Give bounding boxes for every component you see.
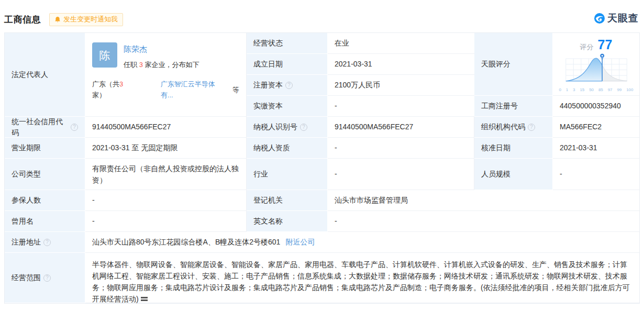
field-label-establish-date: 成立日期 [247, 54, 328, 75]
page-title: 工商信息 [4, 14, 41, 26]
table-row: 统一社会信用代码? 91440500MA566FEC27 纳税人识别号? 914… [5, 117, 639, 138]
legal-rep-name-link[interactable]: 陈荣杰 [124, 43, 147, 54]
field-label-staff-size: 人员规模 [474, 159, 553, 190]
field-label-business-scope: 经营范围? [5, 253, 85, 303]
notify-button-label: 发生变更时通知我 [63, 15, 118, 24]
field-label-registered-address: 注册地址? [5, 232, 85, 253]
field-label-business-term: 营业期限 [5, 138, 85, 159]
field-value-business-status: 在业 [328, 33, 474, 54]
tianyancha-logo-text: 天眼查 [607, 12, 639, 25]
field-value-staff-size: - [553, 159, 639, 190]
table-row: 注册地址? 汕头市天山路80号东江花园综合楼A、B幢及连体2号楼601 附近公司 [5, 232, 639, 253]
field-label-insured-count: 参保人数 [5, 190, 85, 211]
field-label-taxpayer-id: 纳税人识别号? [247, 117, 328, 138]
help-icon[interactable]: ? [71, 124, 78, 131]
table-row: 注册资本? 2100万人民币 [247, 75, 474, 96]
field-value-taxpayer-qualification: - [328, 138, 474, 159]
section-header: 工商信息 发生变更时通知我 天眼查 [4, 10, 640, 28]
field-label-paid-capital: 实缴资本 [247, 96, 328, 117]
field-value-registration-authority: 汕头市市场监督管理局 [328, 190, 639, 211]
field-label-credit-code: 统一社会信用代码? [5, 117, 85, 138]
field-value-industry: - [328, 159, 474, 190]
field-label-registration-no: 工商注册号 [474, 96, 553, 117]
field-value-business-term: 2021-03-31 至 无固定期限 [85, 138, 247, 159]
field-value-registration-no: 440500000352940 [553, 96, 639, 117]
score-axis-tick: 85 [598, 84, 603, 95]
field-label-company-type: 公司类型 [5, 159, 85, 190]
table-row: 工商注册号 440500000352940 [474, 96, 639, 117]
field-value-insured-count: - [85, 190, 247, 211]
field-label-taxpayer-qualification: 纳税人资质 [247, 138, 328, 159]
field-value-establish-date: 2021-03-31 [328, 54, 474, 75]
score-axis-tick: 0 [559, 84, 561, 95]
role-count: 3 [139, 61, 143, 69]
legal-rep-distribution-line: 广东（共3家） 广东智汇云半导体有... 等 [92, 79, 239, 101]
score-axis-tick: 50 [589, 84, 594, 95]
legal-rep-avatar[interactable]: 陈 [92, 42, 117, 68]
help-icon[interactable]: ? [300, 124, 307, 131]
business-info-page: 工商信息 发生变更时通知我 天眼查 法定代表人 陈 陈荣杰 [0, 0, 644, 311]
field-label-registered-capital: 注册资本? [247, 75, 328, 96]
help-icon[interactable]: ? [528, 124, 535, 131]
tianyancha-eye-icon [594, 13, 605, 24]
legal-rep-role-line: 任职 3 家企业，分布如下 [124, 59, 199, 70]
score-axis-tick: 97 [608, 84, 613, 95]
table-row: 经营范围? 半导体器件、物联网设备、智能家居设备、智能设备、家居产品、家用电器、… [5, 253, 639, 303]
nearby-companies-link[interactable]: 附近公司 [285, 237, 315, 248]
score-axis-tick: 15 [580, 84, 584, 95]
middle-column-group: 经营状态 在业 成立日期 2021-03-31 注册资本? 2100万人民币 实… [247, 33, 474, 117]
score-headline: 评分 77 [580, 38, 613, 52]
field-value-business-scope: 半导体器件、物联网设备、智能家居设备、智能设备、家居产品、家用电器、车载电子产品… [85, 253, 639, 303]
field-value-former-name: - [85, 211, 247, 232]
field-label-org-code: 组织机构代码? [474, 117, 553, 138]
region-count: 3 [119, 80, 123, 88]
field-label-former-name: 曾用名 [5, 211, 85, 232]
table-row: 天眼评分 评分 77 [474, 33, 639, 96]
field-label-registration-authority: 登记机关 [247, 190, 328, 211]
field-value-company-type: 有限责任公司（非自然人投资或控股的法人独资） [85, 159, 247, 190]
table-row: 参保人数 - 登记机关 汕头市市场监督管理局 [5, 190, 639, 211]
field-value-registered-capital: 2100万人民币 [328, 75, 474, 96]
table-row: 营业期限 2021-03-31 至 无固定期限 纳税人资质 - 核准日期 202… [5, 138, 639, 159]
region-summary: 广东（共3家） [92, 79, 137, 101]
field-label-industry: 行业 [247, 159, 328, 190]
bell-icon [54, 16, 61, 23]
score-axis-tick: 100 [626, 84, 633, 95]
score-distribution-chart [559, 52, 634, 84]
field-value-org-code: MA566FEC2 [553, 117, 639, 138]
business-info-table: 法定代表人 陈 陈荣杰 任职 3 家企业，分布如下 广东（共3家） 广东智汇云半… [4, 32, 640, 304]
legal-rep-top: 陈 陈荣杰 任职 3 家企业，分布如下 [92, 42, 199, 70]
right-column-group: 天眼评分 评分 77 [474, 33, 639, 117]
help-icon[interactable]: ? [285, 82, 293, 89]
table-row: 实缴资本 - [247, 96, 474, 117]
field-value-taxpayer-id: 91440500MA566FEC27 [328, 117, 474, 138]
field-label-approval-date: 核准日期 [474, 138, 553, 159]
table-row: 曾用名 - 英文名称 - [5, 211, 639, 232]
score-axis-tick: 1 [566, 84, 568, 95]
field-label-tianyan-score: 天眼评分 [474, 33, 553, 96]
field-value-registered-address: 汕头市天山路80号东江花园综合楼A、B幢及连体2号楼601 附近公司 [85, 232, 639, 253]
notify-on-change-button[interactable]: 发生变更时通知我 [49, 13, 123, 26]
field-label-legal-rep: 法定代表人 [5, 33, 85, 117]
score-value: 77 [598, 38, 613, 51]
field-value-approval-date: 2021-03-31 [553, 138, 639, 159]
score-word: 评分 [580, 41, 594, 52]
scope-report-icon[interactable] [141, 294, 148, 305]
score-axis-tick: 3 [573, 84, 575, 95]
score-marker-pin [599, 53, 604, 60]
table-row: 经营状态 在业 [247, 33, 474, 54]
table-row: 公司类型 有限责任公司（非自然人投资或控股的法人独资） 行业 - 人员规模 - [5, 159, 639, 190]
legal-rep-cell: 陈 陈荣杰 任职 3 家企业，分布如下 广东（共3家） 广东智汇云半导体有...… [85, 33, 247, 117]
related-company-link[interactable]: 广东智汇云半导体有... [161, 79, 227, 101]
tianyan-score-cell: 评分 77 [553, 33, 639, 96]
help-icon[interactable]: ? [43, 239, 51, 246]
field-value-paid-capital: - [328, 96, 474, 117]
help-icon[interactable]: ? [43, 274, 51, 282]
field-label-english-name: 英文名称 [247, 211, 328, 232]
score-axis: 0131550859799100 [559, 84, 634, 95]
tianyancha-logo[interactable]: 天眼查 [594, 12, 639, 25]
field-value-english-name: - [328, 211, 639, 232]
score-axis-tick: 99 [617, 84, 621, 95]
table-row: 成立日期 2021-03-31 [247, 54, 474, 75]
table-row: 法定代表人 陈 陈荣杰 任职 3 家企业，分布如下 广东（共3家） 广东智汇云半… [5, 33, 639, 117]
